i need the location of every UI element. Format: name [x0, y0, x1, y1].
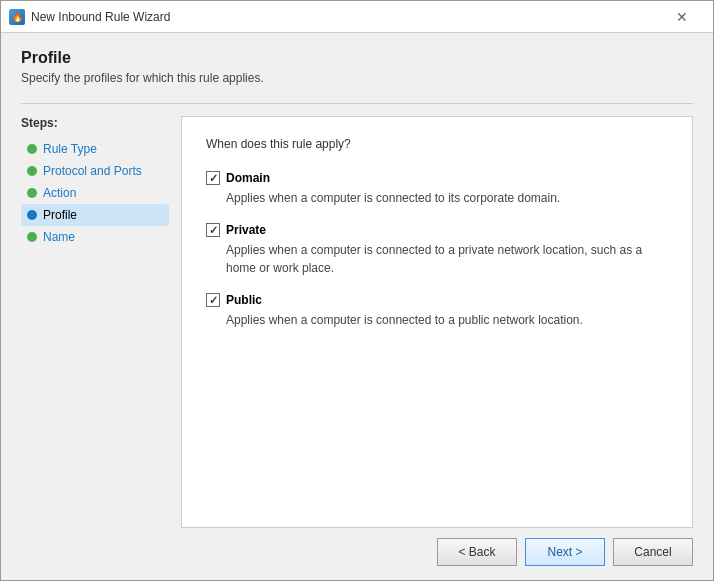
option-group-private: PrivateApplies when a computer is connec… — [206, 223, 668, 277]
step-dot-rule-type — [27, 144, 37, 154]
option-label-private: Private — [226, 223, 266, 237]
option-header-public: Public — [206, 293, 668, 307]
option-header-domain: Domain — [206, 171, 668, 185]
option-header-private: Private — [206, 223, 668, 237]
checkbox-public[interactable] — [206, 293, 220, 307]
question-text: When does this rule apply? — [206, 137, 668, 151]
option-label-domain: Domain — [226, 171, 270, 185]
page-subtitle: Specify the profiles for which this rule… — [21, 71, 693, 85]
footer: < Back Next > Cancel — [21, 528, 693, 570]
option-label-public: Public — [226, 293, 262, 307]
option-group-domain: DomainApplies when a computer is connect… — [206, 171, 668, 207]
content-area: Profile Specify the profiles for which t… — [1, 33, 713, 580]
next-button[interactable]: Next > — [525, 538, 605, 566]
step-item-rule-type[interactable]: Rule Type — [21, 138, 169, 160]
window-title: New Inbound Rule Wizard — [31, 10, 659, 24]
step-dot-name — [27, 232, 37, 242]
window: 🔥 New Inbound Rule Wizard ✕ Profile Spec… — [0, 0, 714, 581]
step-label-profile: Profile — [43, 208, 77, 222]
option-desc-public: Applies when a computer is connected to … — [226, 311, 668, 329]
step-dot-protocol-ports — [27, 166, 37, 176]
step-label-name: Name — [43, 230, 75, 244]
checkbox-private[interactable] — [206, 223, 220, 237]
close-button[interactable]: ✕ — [659, 4, 705, 30]
header-divider — [21, 103, 693, 104]
checkbox-domain[interactable] — [206, 171, 220, 185]
options-list: DomainApplies when a computer is connect… — [206, 171, 668, 345]
step-item-protocol-ports[interactable]: Protocol and Ports — [21, 160, 169, 182]
page-title: Profile — [21, 49, 693, 67]
step-item-name[interactable]: Name — [21, 226, 169, 248]
cancel-button[interactable]: Cancel — [613, 538, 693, 566]
step-label-rule-type: Rule Type — [43, 142, 97, 156]
steps-panel: Steps: Rule TypeProtocol and PortsAction… — [21, 116, 181, 528]
step-dot-action — [27, 188, 37, 198]
right-panel: When does this rule apply? DomainApplies… — [181, 116, 693, 528]
page-header: Profile Specify the profiles for which t… — [21, 49, 693, 95]
steps-label: Steps: — [21, 116, 169, 130]
step-item-profile: Profile — [21, 204, 169, 226]
step-dot-profile — [27, 210, 37, 220]
option-desc-domain: Applies when a computer is connected to … — [226, 189, 668, 207]
back-button[interactable]: < Back — [437, 538, 517, 566]
option-desc-private: Applies when a computer is connected to … — [226, 241, 668, 277]
steps-list: Rule TypeProtocol and PortsActionProfile… — [21, 138, 169, 248]
option-group-public: PublicApplies when a computer is connect… — [206, 293, 668, 329]
step-label-action: Action — [43, 186, 76, 200]
step-label-protocol-ports: Protocol and Ports — [43, 164, 142, 178]
step-item-action[interactable]: Action — [21, 182, 169, 204]
main-body: Steps: Rule TypeProtocol and PortsAction… — [21, 116, 693, 528]
app-icon: 🔥 — [9, 9, 25, 25]
title-bar: 🔥 New Inbound Rule Wizard ✕ — [1, 1, 713, 33]
